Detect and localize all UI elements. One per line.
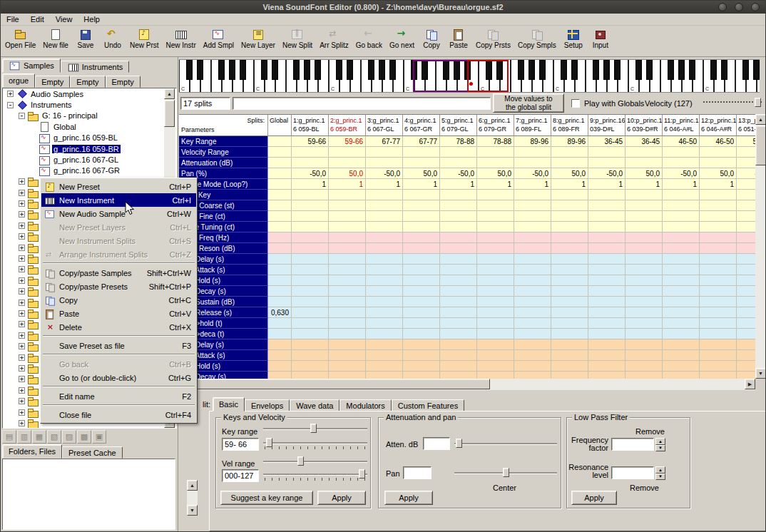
- column-header-2[interactable]: 2:g_princ.16 059-BR: [329, 115, 366, 136]
- maximize-button[interactable]: [735, 3, 743, 11]
- frequency-spinner[interactable]: [655, 438, 665, 451]
- value-cell[interactable]: [292, 222, 329, 232]
- value-cell[interactable]: [625, 318, 663, 329]
- value-cell[interactable]: 67-77: [366, 136, 403, 147]
- value-cell[interactable]: [366, 361, 403, 372]
- black-key[interactable]: [689, 60, 695, 80]
- value-cell[interactable]: [588, 318, 625, 329]
- black-key[interactable]: [336, 60, 342, 80]
- value-cell[interactable]: [551, 275, 588, 286]
- value-cell[interactable]: [663, 350, 700, 361]
- value-cell[interactable]: [477, 222, 514, 232]
- black-key[interactable]: [197, 60, 203, 80]
- value-cell[interactable]: [292, 318, 329, 329]
- global-value-cell[interactable]: [268, 168, 292, 179]
- move-to-global-button[interactable]: Move values tothe global split: [493, 93, 564, 113]
- value-cell[interactable]: 50,0: [403, 168, 440, 179]
- value-cell[interactable]: [403, 275, 440, 286]
- black-key[interactable]: [593, 60, 599, 80]
- value-cell[interactable]: [366, 147, 403, 158]
- value-cell[interactable]: [366, 254, 403, 265]
- value-cell[interactable]: 50,0: [700, 168, 737, 179]
- value-cell[interactable]: [551, 147, 588, 158]
- expand-plus-icon[interactable]: +: [19, 222, 25, 229]
- value-cell[interactable]: [588, 147, 625, 158]
- black-key[interactable]: [293, 60, 300, 80]
- value-cell[interactable]: [551, 254, 588, 265]
- value-cell[interactable]: [663, 361, 700, 372]
- value-cell[interactable]: [663, 286, 700, 297]
- value-cell[interactable]: 50,0: [477, 168, 514, 179]
- value-cell[interactable]: [700, 243, 737, 254]
- value-cell[interactable]: [700, 211, 737, 222]
- column-header-9[interactable]: 9:p_princ.16039-D#L: [588, 115, 625, 136]
- global-value-cell[interactable]: [268, 350, 292, 361]
- black-key[interactable]: [561, 60, 567, 80]
- value-cell[interactable]: [403, 297, 440, 307]
- value-cell[interactable]: [292, 243, 329, 254]
- value-cell[interactable]: [737, 318, 755, 329]
- value-cell[interactable]: [292, 200, 329, 211]
- value-cell[interactable]: [440, 372, 477, 379]
- value-cell[interactable]: [477, 275, 514, 286]
- suggest-key-range-button[interactable]: Suggest a key range: [220, 491, 313, 505]
- tab-instruments[interactable]: Instruments: [61, 61, 129, 73]
- value-cell[interactable]: 1: [625, 179, 663, 190]
- pan-slider[interactable]: [454, 467, 557, 479]
- value-cell[interactable]: [292, 158, 329, 168]
- value-cell[interactable]: [588, 243, 625, 254]
- value-cell[interactable]: 51-56: [737, 136, 755, 147]
- black-key[interactable]: [646, 60, 653, 80]
- black-key[interactable]: [218, 60, 225, 80]
- column-header-3[interactable]: 3:g_princ.16 067-GL: [366, 115, 403, 136]
- value-cell[interactable]: [366, 232, 403, 243]
- tab-basic[interactable]: Basic: [213, 397, 245, 411]
- value-cell[interactable]: [551, 307, 588, 318]
- black-key[interactable]: [742, 60, 749, 80]
- tree-item[interactable]: +Audio Samples: [3, 88, 176, 99]
- table-hscrollbar-thumb[interactable]: [190, 379, 490, 389]
- value-cell[interactable]: 50,0: [329, 168, 366, 179]
- global-value-cell[interactable]: [268, 297, 292, 307]
- new-file-button[interactable]: New file: [39, 27, 72, 49]
- value-cell[interactable]: [700, 265, 737, 275]
- key-low-slider-thumb[interactable]: [310, 424, 317, 433]
- split-name-field[interactable]: [233, 97, 491, 110]
- delete-tool-button[interactable]: ▩: [77, 430, 91, 444]
- value-cell[interactable]: [329, 265, 366, 275]
- black-key[interactable]: [315, 60, 321, 80]
- apply-atten-button[interactable]: Apply: [384, 491, 433, 505]
- value-cell[interactable]: [737, 372, 755, 379]
- black-key[interactable]: [721, 60, 727, 80]
- value-cell[interactable]: [700, 222, 737, 232]
- value-cell[interactable]: [329, 211, 366, 222]
- list-tool-button[interactable]: ▤: [2, 430, 16, 444]
- value-cell[interactable]: [366, 265, 403, 275]
- input-button[interactable]: Input: [587, 27, 614, 49]
- tab-custom-features[interactable]: Custom Features: [392, 399, 464, 411]
- value-cell[interactable]: [329, 350, 366, 361]
- expand-plus-icon[interactable]: +: [19, 211, 25, 218]
- spin-up-icon[interactable]: [655, 438, 665, 445]
- context-item-copy-paste-samples[interactable]: Copy/paste SamplesShift+Ctrl+W: [41, 266, 196, 280]
- value-cell[interactable]: [700, 318, 737, 329]
- value-cell[interactable]: 36-45: [625, 136, 663, 147]
- black-key[interactable]: [347, 60, 353, 80]
- value-cell[interactable]: [477, 200, 514, 211]
- tree-item[interactable]: -G: 16 - principal: [3, 111, 176, 121]
- value-cell[interactable]: [551, 211, 588, 222]
- value-cell[interactable]: [366, 286, 403, 297]
- value-cell[interactable]: 1: [663, 179, 700, 190]
- black-key[interactable]: [240, 60, 246, 80]
- value-cell[interactable]: 1: [329, 179, 366, 190]
- value-cell[interactable]: [366, 307, 403, 318]
- value-cell[interactable]: [514, 222, 551, 232]
- value-cell[interactable]: [588, 361, 625, 372]
- value-cell[interactable]: 36-45: [588, 136, 625, 147]
- value-cell[interactable]: -50,0: [588, 168, 625, 179]
- value-cell[interactable]: [329, 318, 366, 329]
- value-cell[interactable]: 46-50: [700, 136, 737, 147]
- value-cell[interactable]: [477, 190, 514, 200]
- black-key[interactable]: [272, 60, 278, 80]
- value-cell[interactable]: [477, 350, 514, 361]
